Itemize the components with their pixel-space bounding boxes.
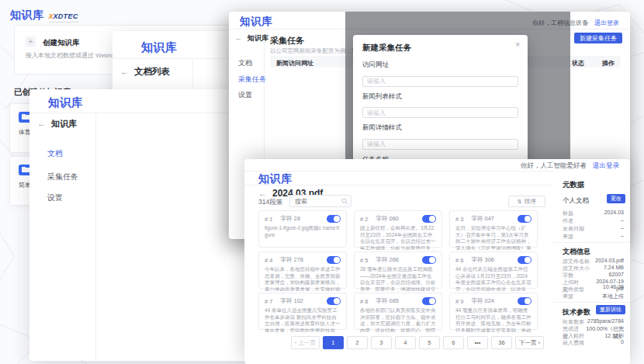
meta-key: 发表日期 <box>563 225 584 233</box>
metadata-panel: 元数据 个人文档 更改 标题2024.03 作者– 发表日期– 来源– 文档信息… <box>553 171 630 364</box>
paragraph-count: 314段落 <box>258 198 282 207</box>
chunk-toggle[interactable] <box>518 256 531 264</box>
chunk-index: # 4 <box>265 257 272 264</box>
company-logo: XXDTEC <box>49 13 78 23</box>
column-url: 新闻访问网址 <box>276 59 313 68</box>
chunk-card: # 1字符 28figure-1-figure-0.jpg图题c name:fi… <box>258 210 347 248</box>
change-button[interactable]: 更改 <box>607 194 625 203</box>
page-title: 采集任务 <box>270 35 304 47</box>
chunk-chars: 字符 024 <box>471 297 494 305</box>
chunk-index: # 2 <box>360 216 368 223</box>
field-input-url[interactable] <box>362 76 518 87</box>
pagination-ellipsis[interactable]: ••• <box>467 336 488 349</box>
chunk-toggle[interactable] <box>327 297 341 305</box>
chunk-toggle[interactable] <box>327 215 341 223</box>
meta-value: 本地上传 <box>602 293 624 300</box>
chunk-toggle[interactable] <box>518 215 531 223</box>
pagination-page-3[interactable]: 3 <box>371 336 392 349</box>
chunk-text: 近日，党组理论学习中心组（扩大）召开集中学习，第1次学习贯彻二十届中央经济工作会… <box>455 225 531 250</box>
meta-key: 来源 <box>563 233 573 241</box>
chunk-text: figure-1-figure-0.jpg图题c name:figure <box>265 225 341 250</box>
sidebar-item-documents[interactable]: 文档 <box>47 148 63 159</box>
retrain-button[interactable]: 重新训练 <box>596 305 625 314</box>
create-kb-title: 创建知识库 <box>43 38 80 48</box>
meta-value: – <box>621 233 624 241</box>
back-title: 文档列表 <box>134 66 170 78</box>
field-label-detail-style: 新闻详情样式 <box>362 123 518 133</box>
sidebar-item-collect-tasks[interactable]: 采集任务 <box>47 172 78 182</box>
chunk-chars: 字符 306 <box>471 256 494 264</box>
field-input-list-style[interactable] <box>362 107 518 118</box>
window-logo: 知识库 <box>141 40 178 55</box>
sort-control[interactable]: ⇅ 排序 <box>508 196 545 207</box>
sidebar-item-documents[interactable]: 文档 <box>238 58 252 68</box>
pagination-next[interactable]: 下一页 › <box>515 336 544 349</box>
chunk-toggle[interactable] <box>518 297 531 305</box>
pagination-page-2[interactable]: 2 <box>347 336 368 349</box>
app-logo: 知识库 <box>10 9 44 23</box>
chunk-chars: 字符 278 <box>280 256 303 264</box>
pagination-page-4[interactable]: 4 <box>395 336 416 349</box>
back-icon[interactable]: ← <box>37 120 46 128</box>
back-icon[interactable]: ← <box>258 189 267 198</box>
doc-type-label: 个人文档 <box>563 196 589 206</box>
sidebar-item-collect-tasks[interactable]: 采集任务 <box>238 75 266 85</box>
pagination-page-6[interactable]: 6 <box>443 336 464 349</box>
chunk-index: # 9 <box>455 298 463 305</box>
column-status: 状态 <box>572 59 584 68</box>
meta-key: 标题 <box>563 210 573 217</box>
meta-value: 0 <box>621 339 624 347</box>
chunk-index: # 3 <box>455 216 463 223</box>
logout-link[interactable]: 退出登录 <box>593 161 619 171</box>
chunk-index: # 8 <box>360 298 368 305</box>
back-icon[interactable]: ← <box>235 35 242 42</box>
chunk-chars: 字符 28 <box>280 215 299 223</box>
back-icon[interactable]: ← <box>120 68 129 76</box>
pagination-page-36[interactable]: 36 <box>491 336 512 349</box>
chunk-index: # 6 <box>455 257 463 264</box>
chunk-card: # 9字符 02444 项重点任务清单发布，明确责任分工与时间节点，确保各项工作… <box>449 293 538 330</box>
sidebar-item-settings[interactable]: 设置 <box>238 90 252 100</box>
chunk-card: # 3字符 047近日，党组理论学习中心组（扩大）召开集中学习，第1次学习贯彻二… <box>449 210 538 248</box>
pagination: ‹ 上一页 1 2 3 4 5 6 ••• 36 下一页 › <box>258 336 544 349</box>
chunk-card: # 5字符 26628 项年度公路水运品质工程揭晓——2024年全国交通运输工作… <box>354 251 442 289</box>
field-label-list-style: 新闻列表样式 <box>362 92 518 102</box>
chunk-toggle[interactable] <box>327 256 341 264</box>
chunk-chars: 字符 102 <box>280 297 303 305</box>
sidebar-item-settings[interactable]: 设置 <box>47 192 63 203</box>
doc-info-heading: 文档信息 <box>563 247 590 257</box>
chunk-card: # 6字符 30644 余位代表云端全面提振工作信心并讲话 1月22日至23日，… <box>449 251 538 289</box>
field-label-url: 访问网址 <box>362 61 518 70</box>
chunk-text: 今年以来，各地坚持稳中求进工作总基调，完整、准确、全面贯彻新发展理念，加快构建新… <box>265 266 341 291</box>
chunk-chars: 字符 266 <box>376 256 399 264</box>
search-input[interactable] <box>293 196 341 206</box>
chunk-text: 28 项年度公路水运品质工程揭晓——2024年全国交通运输工作会议在京召开，会议… <box>360 266 436 291</box>
logout-link[interactable]: 退出登录 <box>594 19 619 27</box>
meta-value: – <box>621 217 624 225</box>
chunk-toggle[interactable] <box>422 256 436 264</box>
search-box <box>289 195 351 207</box>
screen: 知识库 XXDTEC + 创建知识库 接入本地文档数据或通过 Webhook 实… <box>0 0 644 364</box>
chunk-index: # 1 <box>265 216 272 223</box>
search-icon <box>341 198 348 205</box>
chunk-card: # 8字符 085各地区各部门认真贯彻落实党中央决策部署，坚持稳字当头、稳中求进… <box>354 293 442 330</box>
meta-key: 来源 <box>563 293 573 300</box>
pagination-page-5[interactable]: 5 <box>419 336 440 349</box>
meta-value: – <box>621 225 624 233</box>
column-actions: 操作 <box>602 59 615 68</box>
chunk-toggle[interactable] <box>422 297 436 305</box>
company-logo-text: XDTEC <box>54 12 78 20</box>
close-icon[interactable]: × <box>515 40 520 49</box>
window-logo: 知识库 <box>48 95 83 110</box>
field-input-detail-style[interactable] <box>362 139 518 150</box>
chunk-index: # 7 <box>265 298 272 305</box>
pagination-page-1[interactable]: 1 <box>323 336 344 349</box>
create-task-button[interactable]: 新建采集任务 <box>574 33 622 43</box>
chunk-toggle[interactable] <box>422 215 436 223</box>
chunk-card: # 7字符 10244 家单位入选全国重点实验室工作名单并讲话 紧扣高水平科技自… <box>258 293 347 330</box>
plus-icon: + <box>26 36 36 47</box>
pagination-prev[interactable]: ‹ 上一页 <box>291 336 320 349</box>
back-title: 知识库 <box>248 33 268 43</box>
chunk-card: # 4字符 278今年以来，各地坚持稳中求进工作总基调，完整、准确、全面贯彻新发… <box>258 251 347 289</box>
chunk-text: 各地区各部门认真贯彻落实党中央决策部署，坚持稳字当头、稳中求进，加大宏观调控力度… <box>360 307 436 332</box>
